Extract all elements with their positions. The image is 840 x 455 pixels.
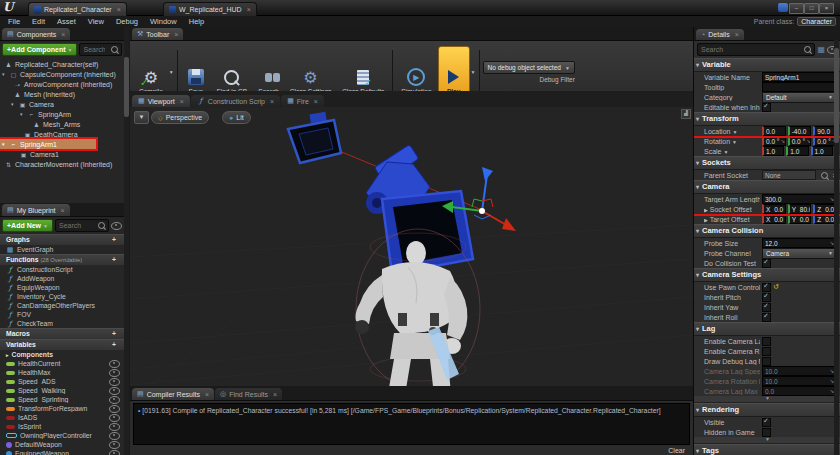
tooltip-input[interactable] bbox=[762, 82, 837, 92]
variable-issprint[interactable]: IsSprint bbox=[0, 422, 124, 431]
section-transform[interactable]: ▾Transform bbox=[694, 112, 840, 126]
tree-item-mesh-arms[interactable]: ♟Mesh_Arms bbox=[0, 119, 124, 129]
viewport-options-dropdown[interactable]: ▼ bbox=[134, 111, 149, 124]
lit-mode-button[interactable]: ● Lit bbox=[222, 111, 251, 124]
variables-header[interactable]: Variables+ bbox=[0, 339, 124, 350]
stats-icon[interactable]: ▟ bbox=[681, 109, 691, 119]
expand-more-properties[interactable]: ▼ bbox=[694, 437, 840, 444]
compile-options-caret[interactable]: ▼ bbox=[169, 69, 174, 75]
menu-asset[interactable]: Asset bbox=[57, 17, 76, 26]
menu-help[interactable]: Help bbox=[189, 17, 204, 26]
expander-arrow-icon[interactable]: ▶ bbox=[704, 217, 708, 223]
tab-compiler-results[interactable]: ▤ Compiler Results × bbox=[132, 388, 214, 400]
scale-z-field[interactable]: 1.0 bbox=[811, 146, 833, 156]
close-button[interactable]: × bbox=[819, 3, 834, 14]
maximize-button[interactable]: □ bbox=[804, 3, 819, 14]
close-icon[interactable]: × bbox=[247, 6, 251, 13]
variable-name-input[interactable] bbox=[762, 72, 837, 82]
tab-details[interactable]: ◔ Details × bbox=[696, 29, 744, 40]
close-icon[interactable]: × bbox=[735, 31, 739, 38]
add-graph-icon[interactable]: + bbox=[112, 235, 116, 245]
tree-item-springarm[interactable]: ▾ ⌐SpringArm bbox=[0, 109, 124, 119]
close-icon[interactable]: × bbox=[273, 391, 277, 398]
left-scrollbar[interactable] bbox=[124, 27, 129, 455]
tree-item-arrow[interactable]: ➝ArrowComponent (Inherited) bbox=[0, 79, 124, 89]
find-in-cb-button[interactable]: Find in CB bbox=[212, 47, 252, 97]
tree-item-mesh[interactable]: ♟Mesh (Inherited) bbox=[0, 89, 124, 99]
variable-speed-walking[interactable]: Speed_Walking bbox=[0, 386, 124, 395]
variable-visibility-icon[interactable] bbox=[109, 369, 120, 377]
add-component-button[interactable]: +Add Component▼ bbox=[2, 43, 77, 56]
perspective-button[interactable]: ◇ Perspective bbox=[151, 111, 209, 124]
doc-tab-replicated-character[interactable]: Replicated_Character × bbox=[28, 2, 127, 16]
graph-eventgraph[interactable]: ▦EventGraph bbox=[0, 245, 124, 254]
section-camera-collision[interactable]: ▾Camera Collision bbox=[694, 224, 840, 238]
variable-equippedweapon[interactable]: EquippedWeapon bbox=[0, 449, 124, 455]
variable-defaultweapon[interactable]: DefaultWeapon bbox=[0, 440, 124, 449]
function-candamageotherplayers[interactable]: ƒCanDamageOtherPlayers bbox=[0, 301, 124, 310]
macros-header[interactable]: Macros+ bbox=[0, 328, 124, 339]
menu-window[interactable]: Window bbox=[150, 17, 177, 26]
use-pawn-control-checkbox[interactable] bbox=[762, 283, 771, 292]
rotation-grab-icon[interactable]: ↘ bbox=[780, 138, 785, 144]
target-offset-y-field[interactable]: Y 0.0 bbox=[788, 214, 812, 224]
tree-item-capsule[interactable]: ▾ ▢CapsuleComponent (Inherited) bbox=[0, 69, 124, 79]
camera-lag-speed-field[interactable]: 10.0↘ bbox=[762, 366, 837, 376]
variable-visibility-icon[interactable] bbox=[109, 423, 120, 431]
enable-camera-lag-checkbox[interactable] bbox=[762, 337, 771, 346]
add-macro-icon[interactable]: + bbox=[112, 329, 116, 339]
variable-visibility-icon[interactable] bbox=[109, 387, 120, 395]
probe-size-field[interactable]: 12.0↘ bbox=[762, 238, 837, 248]
tab-toolbar[interactable]: ⚒ Toolbar × bbox=[132, 28, 183, 40]
tree-item-springarm1-selected[interactable]: ▾ ⌐SpringArm1 bbox=[0, 139, 96, 149]
function-fov[interactable]: ƒFOV bbox=[0, 310, 124, 319]
scale-y-field[interactable]: 1.0 bbox=[786, 146, 808, 156]
location-x-field[interactable]: 0.0 bbox=[762, 126, 786, 136]
function-constructionscript[interactable]: ƒConstructionScript bbox=[0, 265, 124, 274]
socket-search-icon[interactable] bbox=[821, 172, 828, 179]
debug-object-dropdown[interactable]: No debug object selected▼ bbox=[483, 61, 575, 74]
variable-visibility-icon[interactable] bbox=[109, 396, 120, 404]
variable-visibility-icon[interactable] bbox=[109, 414, 120, 422]
location-y-field[interactable]: -40.0 bbox=[788, 126, 812, 136]
tree-item-self[interactable]: ♟Replicated_Character(self) bbox=[0, 59, 124, 69]
add-new-button[interactable]: +Add New▼ bbox=[2, 219, 53, 232]
play-options-caret[interactable]: ▼ bbox=[471, 69, 476, 75]
close-icon[interactable]: × bbox=[117, 6, 121, 13]
variable-visibility-icon[interactable] bbox=[109, 432, 120, 440]
scale-x-field[interactable]: 1.0 bbox=[762, 146, 784, 156]
rotation-y-field[interactable]: 0.0 °↘ bbox=[788, 136, 812, 146]
close-icon[interactable]: × bbox=[61, 31, 65, 38]
menu-edit[interactable]: Edit bbox=[32, 17, 45, 26]
variable-visibility-icon[interactable] bbox=[109, 360, 120, 368]
enable-camera-rotation-lag-checkbox[interactable] bbox=[762, 347, 771, 356]
class-defaults-button[interactable]: ✓ Class Defaults bbox=[337, 47, 389, 97]
close-icon[interactable]: × bbox=[205, 391, 209, 398]
components-search[interactable] bbox=[79, 43, 122, 56]
function-addweapon[interactable]: ƒAddWeapon bbox=[0, 274, 124, 283]
add-function-icon[interactable]: + bbox=[112, 255, 116, 265]
tab-construction-script[interactable]: ƒ Construction Scrip × bbox=[191, 95, 280, 107]
target-arm-length-field[interactable]: 300.0↘ bbox=[762, 194, 837, 204]
menu-file[interactable]: File bbox=[8, 17, 20, 26]
my-blueprint-search-input[interactable] bbox=[56, 222, 95, 229]
close-icon[interactable]: × bbox=[314, 98, 318, 105]
expand-more-properties[interactable]: ▼ bbox=[694, 396, 840, 403]
inherit-yaw-checkbox[interactable] bbox=[762, 303, 771, 312]
close-icon[interactable]: × bbox=[61, 207, 65, 214]
close-icon[interactable]: × bbox=[174, 31, 178, 38]
section-rendering[interactable]: ▾Rendering bbox=[694, 403, 840, 417]
visible-checkbox[interactable] bbox=[762, 418, 771, 427]
clear-log-button[interactable]: Clear bbox=[130, 447, 693, 454]
tree-item-charactermovement[interactable]: ⇅CharacterMovement (Inherited) bbox=[0, 159, 124, 169]
tree-item-deathcamera[interactable]: ▣DeathCamera bbox=[0, 129, 124, 139]
graphs-header[interactable]: Graphs+ bbox=[0, 234, 124, 245]
section-sockets[interactable]: ▾Sockets bbox=[694, 156, 840, 170]
details-search-input[interactable] bbox=[698, 46, 801, 53]
parent-socket-field[interactable]: None bbox=[762, 170, 816, 180]
details-scrollbar[interactable] bbox=[834, 40, 839, 455]
tree-item-camera[interactable]: ▾ ▣Camera bbox=[0, 99, 124, 109]
expander-arrow-icon[interactable]: ▾ bbox=[20, 111, 25, 117]
add-variable-icon[interactable]: + bbox=[112, 340, 116, 350]
variables-components-group[interactable]: ▸Components bbox=[0, 350, 124, 359]
